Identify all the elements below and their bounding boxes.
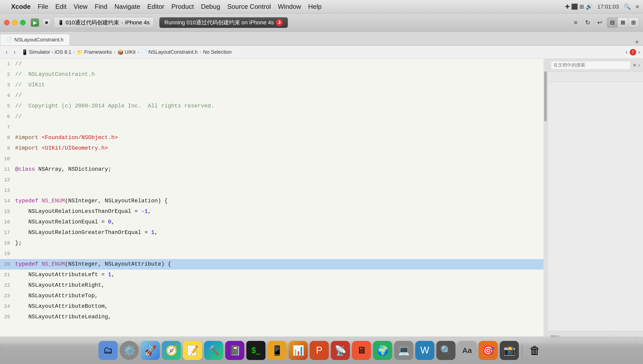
assistant-view-btn[interactable]: ⊠ bbox=[618, 18, 628, 28]
code-line-3: 3 // UIKit bbox=[0, 80, 547, 90]
code-line-11: 11 @class NSArray, NSDictionary; bbox=[0, 164, 547, 175]
right-panel-content bbox=[548, 82, 643, 344]
line-content-11: @class NSArray, NSDictionary; bbox=[15, 164, 547, 175]
breadcrumb-nav: ‹ › bbox=[3, 49, 18, 56]
breadcrumb-selection-label: No Selection bbox=[203, 49, 232, 55]
sysprefs-icon: ⚙️ bbox=[123, 345, 135, 356]
back-nav-btn[interactable]: ‹ bbox=[626, 49, 627, 55]
menu-file[interactable]: File bbox=[38, 3, 48, 11]
menu-controls-icon[interactable]: ≡ bbox=[636, 4, 639, 10]
dock-item-xcode[interactable]: 🔨 bbox=[204, 341, 223, 360]
minimize-button[interactable] bbox=[12, 20, 18, 25]
menu-help[interactable]: Help bbox=[308, 3, 322, 11]
error-count: 3 bbox=[278, 20, 281, 25]
breadcrumb-uikit-label: UIKit bbox=[125, 49, 135, 55]
dock-item-onenote[interactable]: 📓 bbox=[225, 341, 244, 360]
line-content-20: typedef NS_ENUM(NSInteger, NSLayoutAttri… bbox=[15, 259, 547, 270]
menu-source-control[interactable]: Source Control bbox=[227, 3, 271, 11]
run-button[interactable]: ▶ bbox=[31, 18, 39, 27]
error-indicator[interactable]: ! bbox=[630, 49, 636, 55]
menu-window[interactable]: Window bbox=[278, 3, 301, 11]
dock-item-app2[interactable]: 🖥 bbox=[352, 341, 371, 360]
breadcrumb-simulator-label: Simulator - iOS 8.1 bbox=[29, 49, 71, 55]
dock-item-font[interactable]: Aa bbox=[457, 341, 477, 360]
dock-item-filezilla[interactable]: 📡 bbox=[331, 341, 350, 360]
line-num-2: 2 bbox=[0, 69, 15, 80]
maximize-button[interactable] bbox=[20, 20, 26, 25]
menu-navigate[interactable]: Navigate bbox=[114, 3, 140, 11]
breadcrumb-frameworks[interactable]: 📁 Frameworks bbox=[75, 49, 113, 55]
dock-item-safari[interactable]: 🧭 bbox=[162, 341, 181, 360]
line-num-7: 7 bbox=[0, 122, 15, 133]
active-file-tab[interactable]: 📄 NSLayoutConstraint.h bbox=[0, 34, 70, 45]
breadcrumb-frameworks-label: Frameworks bbox=[84, 49, 112, 55]
menu-icons: ✚ ⬛ ⊞ 🔊 bbox=[565, 4, 592, 10]
trash-icon: 🗑 bbox=[529, 344, 540, 357]
tabbar: 📄 NSLayoutConstraint.h + bbox=[0, 32, 643, 46]
line-content-4: // bbox=[15, 90, 547, 101]
dock-item-app5[interactable]: 🎯 bbox=[479, 341, 498, 360]
line-num-16: 16 bbox=[0, 217, 15, 227]
filezilla-icon: 📡 bbox=[335, 345, 346, 356]
editor-view-btn[interactable]: ⊟ bbox=[607, 18, 618, 28]
breadcrumb-back[interactable]: ‹ bbox=[3, 49, 10, 56]
line-num-4: 4 bbox=[0, 90, 15, 101]
breakpoint-btn[interactable]: ↩ bbox=[595, 18, 605, 28]
app5-icon: 🎯 bbox=[482, 345, 494, 356]
scrollbar-thumb[interactable] bbox=[544, 71, 547, 122]
right-panel-search: ✕ › bbox=[548, 59, 643, 72]
dock-item-finder[interactable]: 🗂 bbox=[99, 341, 118, 360]
dock-item-word[interactable]: W bbox=[415, 341, 434, 360]
breadcrumb-forward[interactable]: › bbox=[11, 49, 18, 56]
navigator-toggle[interactable]: ≡ bbox=[571, 18, 581, 28]
add-tab-button[interactable]: + bbox=[635, 38, 639, 45]
breadcrumb-selection[interactable]: No Selection bbox=[202, 49, 233, 55]
right-panel-collapse-icon[interactable]: ✕ bbox=[633, 63, 636, 68]
dock-item-app4[interactable]: 💻 bbox=[394, 341, 413, 360]
dock-item-sysprefs[interactable]: ⚙️ bbox=[120, 341, 139, 360]
breadcrumb-uikit[interactable]: 📦 UIKit bbox=[116, 49, 137, 55]
right-panel-expand-icon[interactable]: › bbox=[638, 63, 640, 68]
menu-product[interactable]: Product bbox=[171, 3, 194, 11]
spotlight-icon: 🔍 bbox=[440, 345, 452, 356]
code-line-6: 6 // bbox=[0, 111, 547, 122]
menu-edit[interactable]: Edit bbox=[55, 3, 67, 11]
breadcrumb-file[interactable]: 📄 NSLayoutConstraint.h bbox=[140, 49, 199, 55]
finder-icon: 🗂 bbox=[103, 345, 113, 356]
dock-divider bbox=[522, 343, 522, 358]
dock-item-keynote[interactable]: 📊 bbox=[289, 341, 308, 360]
scheme-selector[interactable]: 📱 010通过代码创建约束 › iPhone 4s bbox=[54, 17, 154, 28]
device-arrow: › bbox=[121, 19, 123, 26]
menu-debug[interactable]: Debug bbox=[201, 3, 220, 11]
close-button[interactable] bbox=[4, 20, 10, 25]
right-panel-search-input[interactable] bbox=[551, 61, 631, 70]
refresh-btn[interactable]: ↻ bbox=[583, 18, 593, 28]
right-panel: ✕ › 89% ⤢ bbox=[547, 59, 643, 344]
version-view-btn[interactable]: ⊞ bbox=[628, 18, 639, 28]
dock-item-notes[interactable]: 📝 bbox=[183, 341, 202, 360]
toolbar: ▶ ■ 📱 010通过代码创建约束 › iPhone 4s Running 01… bbox=[0, 14, 643, 32]
dock-item-trash[interactable]: 🗑 bbox=[525, 341, 544, 360]
app2-icon: 🖥 bbox=[357, 345, 366, 356]
dock-item-powerpoint[interactable]: P bbox=[310, 341, 329, 360]
dock-item-app1[interactable]: 📱 bbox=[267, 341, 287, 360]
code-line-14: 14 typedef NS_ENUM(NSInteger, NSLayoutRe… bbox=[0, 196, 547, 206]
dock-item-camera[interactable]: 📸 bbox=[500, 341, 519, 360]
menu-find[interactable]: Find bbox=[95, 3, 108, 11]
dock-item-terminal[interactable]: $_ bbox=[246, 341, 265, 360]
menu-search-icon[interactable]: 🔍 bbox=[624, 4, 631, 10]
code-editor[interactable]: 1 // 2 // NSLayoutConstraint.h 3 // UIKi… bbox=[0, 59, 547, 344]
dock-item-app3[interactable]: 🌍 bbox=[373, 341, 392, 360]
stop-button[interactable]: ■ bbox=[42, 18, 51, 27]
menu-editor[interactable]: Editor bbox=[147, 3, 164, 11]
code-line-21: 21 NSLayoutAttributeLeft = 1, bbox=[0, 270, 547, 280]
line-content-23: NSLayoutAttributeTop, bbox=[15, 291, 547, 301]
line-content-25: NSLayoutAttributeLeading, bbox=[15, 312, 547, 322]
dock-item-spotlight[interactable]: 🔍 bbox=[436, 341, 455, 360]
menu-xcode[interactable]: Xcode bbox=[11, 3, 31, 11]
menu-view[interactable]: View bbox=[74, 3, 88, 11]
forward-nav-btn[interactable]: › bbox=[638, 49, 640, 55]
dock-item-launchpad[interactable]: 🚀 bbox=[141, 341, 160, 360]
breadcrumb-simulator[interactable]: 📱 Simulator - iOS 8.1 bbox=[20, 49, 73, 55]
editor-scrollbar[interactable] bbox=[543, 59, 547, 344]
